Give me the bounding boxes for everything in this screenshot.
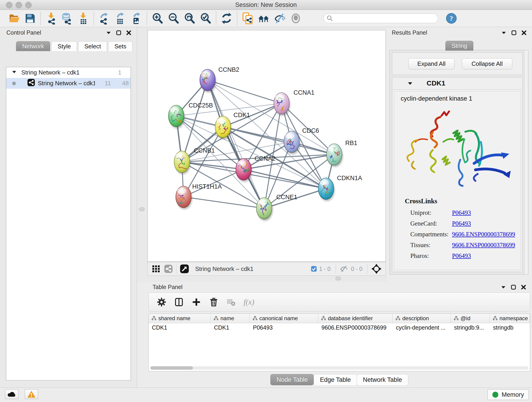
crosslink-link[interactable]: 9606.ENSP00000378699 (452, 231, 515, 238)
table-cell[interactable]: CDK1 (211, 323, 250, 332)
network-node-CDC6[interactable] (284, 131, 299, 153)
crosslink-link[interactable]: P06493 (452, 220, 471, 227)
column-header-name[interactable]: name (211, 314, 250, 323)
apply-preferred-layout-button[interactable] (219, 11, 234, 26)
float-panel-icon[interactable] (106, 30, 112, 36)
detach-view-icon[interactable] (179, 264, 190, 274)
table-cell[interactable]: stringdb:9... (451, 323, 490, 332)
scrollbar-thumb[interactable] (151, 366, 193, 370)
tab-string[interactable]: String (445, 41, 473, 51)
network-node-CDK1[interactable] (215, 116, 231, 138)
table-cell[interactable]: stringdb (490, 323, 530, 332)
show-all-button[interactable] (288, 11, 304, 26)
column-header-shared-name[interactable]: shared name (149, 314, 211, 323)
save-session-button[interactable] (22, 11, 38, 26)
control-panel: Control Panel NetworkStyleSelectSets 1 o… (0, 27, 137, 388)
network-view-toolbar: String Network – cdk1 1 - 0 0 - 0 (147, 262, 386, 276)
float-panel-icon[interactable] (501, 30, 507, 36)
import-network-from-database-button[interactable] (59, 11, 75, 26)
column-header--id[interactable]: @id (451, 314, 490, 323)
crosslink-link[interactable]: P06493 (452, 252, 471, 259)
table-row[interactable]: CDK1CDK1P064939606.ENSP00000378699cyclin… (149, 323, 530, 332)
maximize-panel-icon[interactable] (510, 284, 516, 290)
network-canvas[interactable]: CCNB2CCNA1CDC25BCDK1CDC6RB1CCNB1CCNA2CDK… (147, 30, 386, 262)
close-panel-icon[interactable] (126, 30, 132, 36)
network-edge[interactable] (182, 162, 244, 169)
tab-node-table[interactable]: Node Table (270, 374, 314, 385)
column-header-canonical-name[interactable]: canonical name (250, 314, 318, 323)
column-header-description[interactable]: description (393, 314, 451, 323)
tree-collapse-icon[interactable] (12, 69, 18, 76)
network-node-CCNB2[interactable] (200, 69, 215, 91)
maximize-panel-icon[interactable] (116, 30, 122, 36)
function-builder-icon[interactable]: f(x) (244, 298, 254, 306)
open-session-button[interactable] (6, 11, 22, 26)
expand-all-button[interactable]: Expand All (408, 58, 455, 70)
table-cell[interactable]: 9606.ENSP00000378699 (318, 323, 393, 332)
close-panel-icon[interactable] (520, 284, 526, 290)
memory-button[interactable]: Memory (488, 389, 529, 400)
crosslink-link[interactable]: 9606.ENSP00000378699 (452, 242, 515, 249)
selected-checkbox-icon[interactable] (311, 266, 317, 272)
float-panel-icon[interactable] (500, 284, 506, 290)
node-table[interactable]: shared namenamecanonical namedatabase id… (148, 313, 530, 371)
search-input[interactable] (323, 13, 438, 23)
network-node-RB1[interactable] (326, 144, 342, 165)
zoom-in-button[interactable] (149, 11, 165, 26)
collapse-all-button[interactable]: Collapse All (462, 58, 512, 70)
table-cell[interactable]: CDK1 (149, 323, 211, 332)
help-button[interactable]: ? (446, 13, 457, 24)
results-scrollbar[interactable] (524, 50, 528, 274)
network-node-CCNA2[interactable] (236, 159, 251, 180)
export-image-button[interactable] (128, 11, 144, 26)
zoom-selected-button[interactable] (197, 11, 214, 26)
crosslink-link[interactable]: P06493 (452, 209, 471, 216)
table-horizontal-scrollbar[interactable] (150, 366, 529, 370)
add-column-icon[interactable] (191, 297, 201, 307)
network-node-CDKN1A[interactable] (318, 178, 334, 199)
import-network-from-file-button[interactable] (43, 11, 59, 26)
tab-network-table[interactable]: Network Table (357, 374, 408, 385)
import-table-from-file-button[interactable] (75, 11, 91, 26)
network-node-CCNA1[interactable] (274, 93, 289, 114)
horizontal-splitter-handle[interactable] (336, 277, 341, 280)
vertical-splitter-handle[interactable] (139, 207, 145, 211)
warnings-button[interactable] (25, 389, 38, 399)
zoom-fit-button[interactable] (181, 11, 197, 26)
table-cell[interactable]: P06493 (250, 323, 318, 332)
network-view-mode-icon[interactable] (163, 264, 173, 274)
tab-style[interactable]: Style (51, 41, 77, 51)
tab-edge-table[interactable]: Edge Table (314, 374, 357, 385)
delete-table-icon[interactable] (226, 297, 236, 307)
tab-select[interactable]: Select (78, 41, 107, 51)
new-network-from-selection-button[interactable] (240, 11, 256, 26)
zoom-out-button[interactable] (165, 11, 181, 26)
column-header-namespace[interactable]: namespace (490, 314, 530, 323)
tab-sets[interactable]: Sets (108, 41, 133, 51)
export-table-button[interactable] (112, 11, 128, 26)
table-cell[interactable]: cyclin-dependent ... (393, 323, 451, 332)
tab-network[interactable]: Network (16, 41, 50, 51)
birdseye-toggle-icon[interactable] (370, 263, 382, 275)
network-edge[interactable] (208, 80, 282, 103)
delete-column-trash-icon[interactable] (209, 297, 219, 307)
grid-view-icon[interactable] (151, 264, 161, 274)
network-node-CCNB1[interactable] (174, 151, 190, 172)
hide-selected-button[interactable] (272, 11, 288, 26)
column-header-database-identifier[interactable]: database identifier (318, 314, 393, 323)
collapse-entry-icon[interactable] (407, 81, 413, 87)
network-row[interactable]: String Network – cdk1 11 48 (6, 78, 131, 89)
show-columns-icon[interactable] (174, 297, 184, 307)
network-collection-row[interactable]: String Network – cdk1 1 (6, 67, 131, 78)
export-network-button[interactable] (96, 11, 112, 26)
network-edge[interactable] (184, 197, 264, 208)
cloud-button[interactable] (5, 389, 18, 399)
network-node-CCNE1[interactable] (256, 198, 272, 219)
maximize-panel-icon[interactable] (511, 30, 517, 36)
close-panel-icon[interactable] (521, 30, 527, 36)
first-neighbors-button[interactable] (256, 11, 272, 26)
network-node-HIST1H1A[interactable] (176, 186, 191, 208)
table-settings-gear-icon[interactable] (157, 297, 167, 307)
network-node-CDC25B[interactable] (168, 105, 184, 127)
hidden-eye-slash-icon[interactable] (339, 266, 349, 272)
